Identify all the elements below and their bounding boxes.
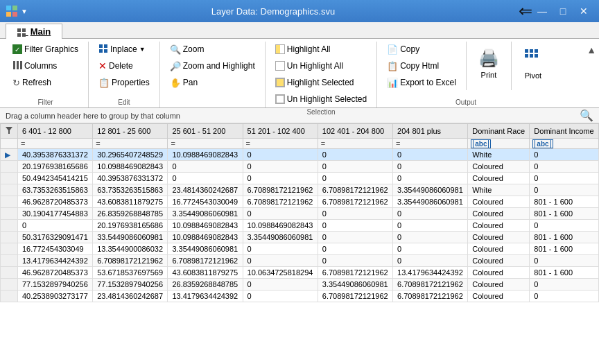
pivot-button[interactable]: Pivot xyxy=(517,42,549,86)
table-row[interactable]: 50.494234541421540.39538763313720000Colo… xyxy=(1,173,599,184)
cell-col6: 0 xyxy=(393,220,468,232)
data-table-container[interactable]: 6 401 - 12 80012 801 - 25 60025 601 - 51… xyxy=(0,123,599,364)
cell-indicator xyxy=(1,161,18,173)
table-body: ▶40.395387633137230.296540724852910.0988… xyxy=(1,149,599,302)
refresh-button[interactable]: ↻ Refresh xyxy=(8,75,55,90)
col-header-col6[interactable]: 204 801 plus xyxy=(393,124,468,139)
cell-col3: 3.35449086060981 xyxy=(168,243,243,255)
print-button[interactable]: 🖨️ Print xyxy=(472,42,505,86)
table-row[interactable]: ▶40.395387633137230.296540724852910.0988… xyxy=(1,149,599,161)
properties-icon: 📋 xyxy=(98,78,110,88)
minimize-button[interactable]: — xyxy=(532,3,552,19)
table-row[interactable]: 13.41796344243926.708981721219626.708981… xyxy=(1,255,599,267)
table-row[interactable]: 20.197693816568610.09884690828430000Colo… xyxy=(1,161,599,173)
columns-button[interactable]: Columns xyxy=(8,58,61,73)
checkbox-icon: ✓ xyxy=(12,44,22,54)
tab-main-icon xyxy=(17,26,28,37)
cell-col8: 801 - 1 600 xyxy=(530,243,599,255)
filter-graphics-button[interactable]: ✓ Filter Graphics xyxy=(8,42,83,57)
table-row[interactable]: 46.962872048537343.608381187927516.77245… xyxy=(1,196,599,208)
cell-indicator xyxy=(1,291,18,302)
print-label: Print xyxy=(481,71,497,79)
col-filter-indicator xyxy=(1,139,18,149)
svg-rect-14 xyxy=(104,49,107,53)
cell-indicator: ▶ xyxy=(1,149,18,161)
copy-icon: 📄 xyxy=(387,44,398,55)
delete-icon: ✕ xyxy=(98,60,107,71)
table-filter-row: ======abcabc xyxy=(1,139,599,149)
col-header-col8[interactable]: Dominant Income xyxy=(530,124,599,139)
zoom-icon: 🔍 xyxy=(170,44,181,55)
inplace-dropdown-arrow: ▼ xyxy=(139,46,146,53)
cell-col6: 0 xyxy=(393,255,468,267)
cell-col1: 63.7353263515863 xyxy=(18,184,93,196)
col-header-col1[interactable]: 6 401 - 12 800 xyxy=(18,124,93,139)
table-row[interactable]: 40.253890327317723.481436024268713.41796… xyxy=(1,291,599,302)
zoom-button[interactable]: 🔍 Zoom xyxy=(166,42,209,57)
cell-col4: 0 xyxy=(243,161,318,173)
cell-col2: 43.6083811879275 xyxy=(93,196,168,208)
copy-html-button[interactable]: 📋 Copy Html xyxy=(383,58,443,73)
col-header-col4[interactable]: 51 201 - 102 400 xyxy=(243,124,318,139)
table-row[interactable]: 50.317632909147133.544908606098110.09884… xyxy=(1,232,599,243)
export-excel-button[interactable]: 📊 Export to Excel xyxy=(383,75,460,90)
cell-col7: Coloured xyxy=(468,161,530,173)
properties-button[interactable]: 📋 Properties xyxy=(94,75,154,90)
cell-col8: 801 - 1 600 xyxy=(530,232,599,243)
unhighlight-all-button[interactable]: Un Highlight All xyxy=(271,58,347,73)
svg-rect-10 xyxy=(20,61,22,69)
filter-graphics-label: Filter Graphics xyxy=(24,44,78,54)
ribbon-collapse-button[interactable]: ▲ xyxy=(587,44,596,55)
highlight-selected-button[interactable]: Highlight Selected xyxy=(271,75,358,90)
col-header-col2[interactable]: 12 801 - 25 600 xyxy=(93,124,168,139)
highlight-all-button[interactable]: Highlight All xyxy=(271,42,335,57)
cell-col3: 10.0988469082843 xyxy=(168,220,243,232)
cell-col5: 0 xyxy=(318,149,392,161)
col-header-col5[interactable]: 102 401 - 204 800 xyxy=(318,124,392,139)
ribbon: ✓ Filter Graphics Columns ↻ Refresh Filt… xyxy=(0,39,599,108)
col-filter-col2: = xyxy=(93,139,168,149)
maximize-button[interactable]: □ xyxy=(553,3,573,19)
cell-col6: 6.70898172121962 xyxy=(393,279,468,291)
selection-group-label: Selection xyxy=(271,107,371,117)
copy-label: Copy xyxy=(400,44,419,54)
pan-button[interactable]: ✋ Pan xyxy=(166,75,202,90)
table-row[interactable]: 63.735326351586363.735326351586323.48143… xyxy=(1,184,599,196)
close-button[interactable]: ✕ xyxy=(574,3,593,19)
cell-col8: 801 - 1 600 xyxy=(530,196,599,208)
table-row[interactable]: 30.190417745488326.83592688487853.354490… xyxy=(1,208,599,220)
copy-button[interactable]: 📄 Copy xyxy=(383,42,424,57)
cell-col5: 0 xyxy=(318,173,392,184)
svg-rect-0 xyxy=(6,6,11,10)
svg-rect-1 xyxy=(12,6,17,10)
col-header-col7[interactable]: Dominant Race xyxy=(468,124,530,139)
tab-main[interactable]: Main xyxy=(6,24,62,39)
export-excel-label: Export to Excel xyxy=(400,78,456,87)
delete-button[interactable]: ✕ Delete xyxy=(94,58,137,73)
data-table: 6 401 - 12 80012 801 - 25 60025 601 - 51… xyxy=(0,123,599,302)
search-icon[interactable]: 🔍 xyxy=(580,109,593,122)
pan-label: Pan xyxy=(183,78,198,87)
table-row[interactable]: 77.153289794025677.153289794025626.83592… xyxy=(1,279,599,291)
col-header-indicator[interactable] xyxy=(1,124,18,139)
cell-col4: 0 xyxy=(243,255,318,267)
zoom-highlight-button[interactable]: 🔎 Zoom and Highlight xyxy=(166,58,259,73)
ribbon-group-edit: Inplace ▼ ✕ Delete 📋 Properties Edit xyxy=(89,42,160,107)
delete-label: Delete xyxy=(109,61,133,71)
cell-col1: 46.9628720485373 xyxy=(18,267,93,279)
cell-col6: 13.4179634424392 xyxy=(393,267,468,279)
table-row[interactable]: 16.77245430304913.35449000860323.3544908… xyxy=(1,243,599,255)
table-row[interactable]: 46.962872048537353.671853769756943.60838… xyxy=(1,267,599,279)
table-row[interactable]: 020.197693816568610.098846908284310.0988… xyxy=(1,220,599,232)
cell-col4: 6.70898172121962 xyxy=(243,184,318,196)
cell-col1: 77.1532897940256 xyxy=(18,279,93,291)
col-header-col3[interactable]: 25 601 - 51 200 xyxy=(168,124,243,139)
col-filter-col4: = xyxy=(243,139,318,149)
cell-col2: 63.7353263515863 xyxy=(93,184,168,196)
columns-icon xyxy=(12,60,22,72)
cell-col7: Coloured xyxy=(468,267,530,279)
inplace-button[interactable]: Inplace ▼ xyxy=(94,42,150,57)
inplace-icon xyxy=(98,44,108,55)
unhighlight-selected-button[interactable]: Un Highlight Selected xyxy=(271,92,371,107)
cell-col8: 0 xyxy=(530,220,599,232)
